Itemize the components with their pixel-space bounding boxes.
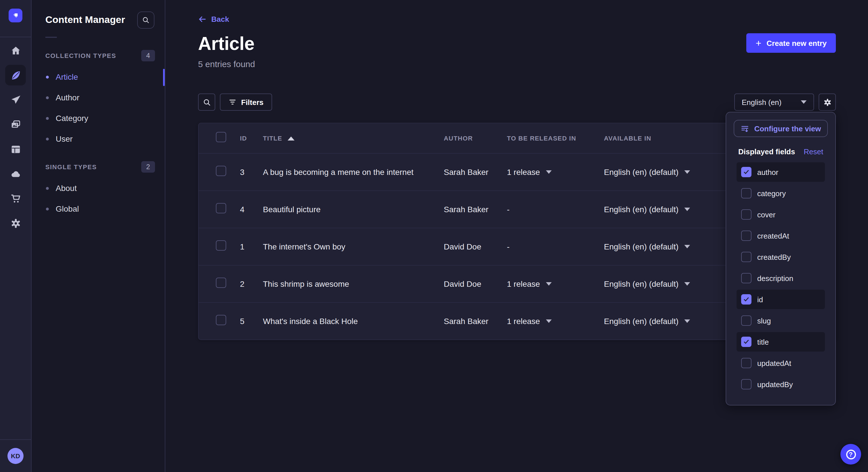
checkbox[interactable] <box>741 167 751 177</box>
rail-user-section: KD <box>0 439 31 472</box>
row-checkbox[interactable] <box>216 166 226 176</box>
column-header-title[interactable]: TITLE <box>263 135 444 142</box>
column-header-released[interactable]: TO BE RELEASED IN <box>507 135 604 142</box>
field-toggle-updatedAt[interactable]: updatedAt <box>737 353 825 373</box>
cell-released-menu[interactable]: 1 release <box>507 279 604 289</box>
checkbox[interactable] <box>741 188 751 198</box>
select-all-checkbox[interactable] <box>216 132 226 142</box>
rail-icon-list <box>0 37 31 233</box>
search-icon <box>203 98 211 106</box>
checkbox[interactable] <box>741 252 751 262</box>
cell-released-menu[interactable]: 1 release <box>507 316 604 326</box>
gear-icon <box>823 98 832 106</box>
view-settings-button[interactable] <box>818 94 836 111</box>
user-avatar[interactable]: KD <box>7 448 24 464</box>
list-toolbar: Filters English (en) <box>198 94 836 111</box>
filters-button[interactable]: Filters <box>220 94 272 111</box>
table-search-button[interactable] <box>198 94 215 111</box>
field-toggle-cover[interactable]: cover <box>737 205 825 224</box>
locale-select[interactable]: English (en) <box>734 94 814 111</box>
configure-the-view-button[interactable]: Configure the view <box>734 120 828 137</box>
cell-id: 3 <box>240 167 263 177</box>
nav-media-library-button[interactable] <box>5 114 26 135</box>
back-link[interactable]: Back <box>198 15 229 24</box>
row-checkbox[interactable] <box>216 240 226 250</box>
bullet-icon <box>46 75 49 78</box>
list-settings-icon <box>741 124 749 133</box>
field-toggle-id[interactable]: id <box>737 290 825 309</box>
checkbox[interactable] <box>741 337 751 347</box>
app-window: KD Content Manager COLLECTION TYPES 4 Ar… <box>0 0 868 472</box>
single-types-count-badge: 2 <box>141 161 155 173</box>
nav-deploy-button[interactable] <box>5 164 26 184</box>
subnav-item-global[interactable]: Global <box>32 198 165 219</box>
row-checkbox[interactable] <box>216 315 226 325</box>
column-header-id[interactable]: ID <box>240 135 263 142</box>
row-checkbox[interactable] <box>216 203 226 213</box>
chevron-down-icon <box>684 170 690 174</box>
field-label: author <box>757 168 778 176</box>
nav-settings-button[interactable] <box>5 213 26 233</box>
strapi-logo[interactable] <box>9 9 22 22</box>
field-toggle-updatedBy[interactable]: updatedBy <box>737 374 825 394</box>
nav-marketplace-button[interactable] <box>5 188 26 209</box>
subnav-item-category[interactable]: Category <box>32 108 165 129</box>
field-toggle-author[interactable]: author <box>737 162 825 182</box>
available-value: English (en) (default) <box>604 316 679 326</box>
reset-link[interactable]: Reset <box>804 147 823 156</box>
help-button[interactable]: ? <box>840 444 861 465</box>
cell-released-menu[interactable]: - <box>507 242 604 251</box>
cell-author: David Doe <box>444 279 507 289</box>
cell-title: The internet's Own boy <box>263 242 444 251</box>
checkbox[interactable] <box>741 209 751 220</box>
shopping-cart-icon <box>10 193 21 204</box>
check-icon <box>743 338 750 345</box>
cell-released-menu[interactable]: 1 release <box>507 167 604 177</box>
chevron-down-icon <box>684 208 690 211</box>
checkbox[interactable] <box>741 379 751 390</box>
checkbox[interactable] <box>741 231 751 241</box>
field-toggle-createdBy[interactable]: createdBy <box>737 247 825 267</box>
subnav-item-about[interactable]: About <box>32 178 165 198</box>
field-toggle-createdAt[interactable]: createdAt <box>737 226 825 245</box>
field-toggle-description[interactable]: description <box>737 268 825 288</box>
subnav-item-article[interactable]: Article <box>32 67 165 87</box>
check-icon <box>743 296 750 303</box>
cell-id: 4 <box>240 205 263 214</box>
checkbox[interactable] <box>741 315 751 326</box>
feather-icon <box>10 70 21 80</box>
nav-content-type-builder-button[interactable] <box>5 139 26 160</box>
row-checkbox[interactable] <box>216 278 226 288</box>
subnav-item-author[interactable]: Author <box>32 87 165 108</box>
subnav-search-button[interactable] <box>137 11 154 29</box>
cell-author: Sarah Baker <box>444 205 507 214</box>
filter-icon <box>228 98 237 106</box>
nav-releases-button[interactable] <box>5 90 26 110</box>
field-toggle-title[interactable]: title <box>737 332 825 351</box>
checkbox[interactable] <box>741 358 751 368</box>
field-label: cover <box>757 210 776 219</box>
content-manager-subnav: Content Manager COLLECTION TYPES 4 Artic… <box>32 0 165 472</box>
gear-icon <box>10 217 21 229</box>
subnav-item-label: About <box>56 183 76 193</box>
section-label: COLLECTION TYPES <box>45 52 116 59</box>
cell-released-menu[interactable]: - <box>507 205 604 214</box>
nav-content-manager-button[interactable] <box>5 65 26 86</box>
field-toggle-slug[interactable]: slug <box>737 311 825 330</box>
cell-title: This shrimp is awesome <box>263 279 444 289</box>
checkbox[interactable] <box>741 294 751 305</box>
locale-value: English (en) <box>742 98 782 106</box>
released-value: 1 release <box>507 279 540 289</box>
chevron-down-icon <box>546 282 551 285</box>
checkbox[interactable] <box>741 273 751 283</box>
create-new-entry-button[interactable]: + Create new entry <box>747 33 836 53</box>
subnav-scrollbar-thumb[interactable] <box>163 69 165 86</box>
page-title: Article <box>198 33 254 54</box>
nav-home-button[interactable] <box>5 40 26 61</box>
main-nav-rail: KD <box>0 0 32 472</box>
subnav-item-user[interactable]: User <box>32 129 165 149</box>
column-header-author[interactable]: AUTHOR <box>444 135 507 142</box>
released-value: - <box>507 242 509 251</box>
view-settings-popover: Configure the view Displayed fields Rese… <box>725 112 836 405</box>
field-toggle-category[interactable]: category <box>737 183 825 203</box>
